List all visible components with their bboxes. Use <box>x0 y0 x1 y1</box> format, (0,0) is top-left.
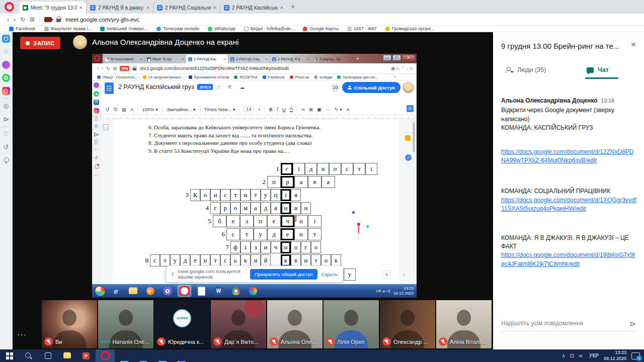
language-indicator[interactable]: УКР <box>589 353 599 358</box>
sidebar-app-icon[interactable] <box>94 164 99 169</box>
participant-tile[interactable]: Наталія Оле... <box>98 300 153 348</box>
vpn-badge[interactable]: VPN <box>120 66 129 71</box>
send-icon[interactable]: ⊳ <box>629 319 636 328</box>
tab-close-icon[interactable]: × <box>265 57 268 61</box>
inner-browser-tab[interactable]: 2 РАУНД Соц × <box>228 55 270 63</box>
tab-close-icon[interactable]: × <box>280 5 283 11</box>
tab-close-icon[interactable]: × <box>307 57 309 61</box>
sidebar-app-icon[interactable] <box>94 172 99 178</box>
taskbar-app-icon[interactable] <box>134 349 153 362</box>
taskbar-app-icon[interactable] <box>109 285 123 297</box>
sidebar-app-icon[interactable] <box>94 155 99 161</box>
tab-people[interactable]: Люди (35) <box>506 66 546 73</box>
tab-close-icon[interactable]: × <box>223 57 226 61</box>
chat-link[interactable]: https://docs.google.com/document/d/19jbi… <box>501 251 637 268</box>
zoom-select[interactable]: 100% ▾ <box>142 107 158 112</box>
bookmark-item[interactable]: Бронювання готелів <box>189 75 229 79</box>
spellcheck-icon[interactable]: A <box>130 107 133 112</box>
chat-link[interactable]: https://docs.google.com/document/d/12ZNx… <box>501 148 637 165</box>
style-select[interactable]: Звичайни... ▾ <box>167 107 196 112</box>
more-options-icon[interactable]: ⋯ <box>326 107 331 112</box>
bookmark-item[interactable]: 14 непрочитанных... <box>143 75 184 79</box>
browser-tab[interactable]: 2 РАУНД Каспійський гру × <box>220 2 287 14</box>
clock[interactable]: 13:23 09.12.2020 <box>604 350 626 361</box>
participant-tile[interactable]: Ви <box>42 300 97 348</box>
taskbar-app-icon[interactable] <box>38 349 57 362</box>
bookmark-item[interactable]: Price.ua <box>290 75 309 79</box>
close-panel-icon[interactable]: × <box>631 40 636 50</box>
bookmark-item[interactable]: Київський Універс... <box>100 26 148 31</box>
doc-header-icons[interactable]: ☆ ⇱ ☁ <box>216 84 248 90</box>
redo-icon[interactable]: ↻ <box>114 107 118 112</box>
bookmark-item[interactable]: Лекції - Психолого... <box>97 75 138 79</box>
url-text[interactable]: meet.google.com/yry-jjfn-evc <box>65 17 139 23</box>
sidebar-app-icon[interactable] <box>94 139 98 145</box>
sidebar-app-icon[interactable] <box>94 82 99 88</box>
taskbar-app-icon[interactable] <box>126 285 140 297</box>
insert-image-icon[interactable]: ▣ <box>317 107 321 112</box>
sidebar-app-icon[interactable] <box>2 61 10 69</box>
tab-close-icon[interactable]: × <box>349 57 351 61</box>
font-size-increase[interactable]: + <box>258 107 261 112</box>
browser-tab[interactable]: Meet: "9 грудня 13.00 Бре × <box>19 2 86 14</box>
sidebar-app-icon[interactable] <box>94 123 99 129</box>
document-outline-icon[interactable] <box>103 124 109 130</box>
sidebar-app-icon[interactable] <box>2 156 10 164</box>
inner-browser-tab[interactable]: 2 РАУНД Кас × <box>186 55 228 63</box>
inner-browser-tab[interactable]: 2 РАУНД Я в × <box>270 55 311 63</box>
calendar-icon[interactable]: 31 <box>407 105 414 112</box>
account-avatar[interactable] <box>403 81 414 93</box>
back-button[interactable]: ‹ <box>7 16 9 23</box>
taskbar-app-icon[interactable] <box>160 285 174 297</box>
opera-logo-icon[interactable] <box>5 2 14 12</box>
tab-close-icon[interactable]: × <box>182 57 184 61</box>
more-participants-icon[interactable]: ... <box>18 328 27 337</box>
taskbar-app-icon[interactable] <box>178 285 191 297</box>
bookmark-item[interactable]: Вхідні - fufinka@ukr... <box>244 26 295 31</box>
minimize-button[interactable]: — <box>383 55 391 61</box>
sidebar-app-icon[interactable] <box>2 74 10 82</box>
sidebar-app-icon[interactable] <box>2 102 10 110</box>
bookmark-item[interactable]: Facebook <box>9 26 36 31</box>
taskbar-app-icon[interactable] <box>19 349 38 362</box>
taskbar-app-icon[interactable] <box>229 285 243 297</box>
sidebar-app-icon[interactable] <box>94 100 99 105</box>
tab-chat[interactable]: Чат <box>587 66 609 73</box>
bookmark-item[interactable]: ROZETKA <box>234 75 257 79</box>
insert-comment-icon[interactable]: ⊞ <box>309 107 313 112</box>
insert-link-icon[interactable]: ∞ <box>301 107 305 112</box>
bookmark-item[interactable]: Телеграм онлайн <box>156 26 199 31</box>
sidebar-app-icon[interactable] <box>2 35 10 43</box>
doc-scrollbar[interactable] <box>413 120 415 276</box>
camera-active-icon[interactable] <box>44 17 52 22</box>
sidebar-app-icon[interactable] <box>2 115 10 123</box>
back-button[interactable]: ‹ <box>97 66 99 71</box>
sidebar-app-icon[interactable] <box>2 48 10 56</box>
editing-mode-icon[interactable]: ✎ ▾ <box>335 107 342 112</box>
tab-close-icon[interactable]: × <box>79 5 83 11</box>
reload-button[interactable]: ↻ <box>106 66 110 71</box>
chat-input[interactable] <box>501 320 622 327</box>
tab-close-icon[interactable]: × <box>140 57 142 61</box>
sidebar-app-icon[interactable] <box>2 143 10 151</box>
italic-button[interactable]: I <box>277 107 278 112</box>
speed-dial-icon[interactable]: ⊞ <box>113 66 117 71</box>
browser-tab[interactable]: 2 РАУНД Соціальний пр × <box>153 2 220 14</box>
sidebar-app-icon[interactable] <box>94 116 98 121</box>
tray-icons[interactable]: ∧ ⊡ ⊲ <box>561 353 584 358</box>
taskbar-app-icon[interactable] <box>246 285 260 297</box>
maximize-button[interactable]: ▢ <box>392 55 401 61</box>
bookmark-item[interactable]: Громадська органі... <box>385 26 434 31</box>
chat-link[interactable]: https://docs.google.com/document/d/1XQGg… <box>501 196 637 214</box>
url-text[interactable]: docs.google.com/document/d/12ZNxD8PDNA99… <box>140 66 289 71</box>
tab-close-icon[interactable]: × <box>146 5 149 11</box>
notification-icon[interactable]: 1 <box>631 352 640 359</box>
tray-icons[interactable]: UK ▴ ◁) <box>376 289 390 293</box>
taskbar-app-icon[interactable] <box>153 349 172 362</box>
bookmark-item[interactable]: 1557 - ЖКГ <box>347 26 377 31</box>
sidebar-app-icon[interactable] <box>94 147 99 152</box>
bookmarks-overflow[interactable]: » <box>394 74 396 79</box>
start-orb-icon[interactable] <box>95 286 106 297</box>
bookmark-item[interactable]: Google Карты <box>303 26 338 31</box>
participant-tile[interactable]: Аліна Віталії... <box>436 300 492 348</box>
